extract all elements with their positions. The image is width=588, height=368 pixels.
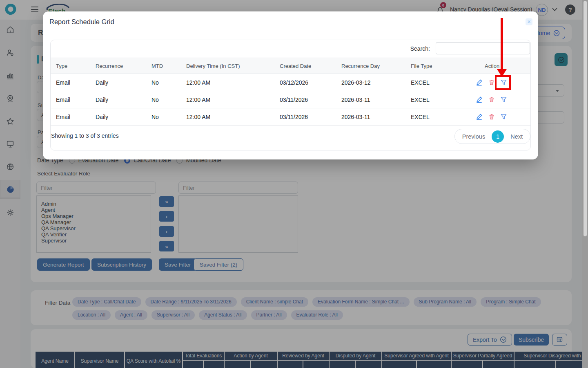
header-recurrence-day[interactable]: Recurrence Day [336,63,405,69]
cell-recurrence-day: 2026-03-11 [336,96,405,103]
report-schedule-modal: Report Schedule Grid ✕ Search: Type Recu… [43,11,538,159]
schedule-grid-card: Search: Type Recurrence MTD Delivery Tim… [50,40,531,150]
scrollbar-thumb[interactable] [584,1,587,236]
modal-close-icon[interactable]: ✕ [526,18,532,25]
pagination: Previous 1 Next [454,129,530,144]
annotation-arrow-line [501,18,503,70]
delete-button[interactable] [488,79,495,86]
schedule-table: Type Recurrence MTD Delivery Time (In CS… [51,58,530,126]
schedule-row-2: Email Daily No 12:00 AM 03/11/2026 2026-… [51,91,530,108]
cell-type: Email [51,79,90,86]
cell-file-type: EXCEL [405,114,471,120]
schedule-row-1: Email Daily No 12:00 AM 03/12/2026 2026-… [51,74,530,91]
cell-type: Email [51,96,90,103]
cell-recurrence: Daily [90,114,146,120]
showing-entries-text: Showing 1 to 3 of 3 entries [51,132,119,139]
edit-button[interactable] [476,113,483,120]
search-label: Search: [410,45,430,52]
cell-created-date: 03/11/2026 [274,114,336,120]
delete-button[interactable] [488,96,495,103]
search-row: Search: [51,40,530,58]
cell-recurrence: Daily [90,79,146,86]
header-recurrence[interactable]: Recurrence [90,63,146,69]
header-mtd[interactable]: MTD [146,63,181,69]
annotation-highlight-box [495,75,511,90]
filter-button[interactable] [500,96,507,103]
cell-recurrence: Daily [90,96,146,103]
schedule-row-3: Email Daily No 12:00 AM 03/11/2026 2026-… [51,108,530,126]
page-1-button[interactable]: 1 [492,130,504,143]
header-created-date[interactable]: Created Date [274,63,336,69]
cell-type: Email [51,114,90,120]
cell-recurrence-day: 2026-03-12 [336,79,405,86]
cell-created-date: 03/12/2026 [274,79,336,86]
edit-button[interactable] [476,79,483,86]
modal-title: Report Schedule Grid [49,18,114,26]
search-input[interactable] [436,42,530,54]
cell-mtd: No [146,79,181,86]
cell-file-type: EXCEL [405,79,471,86]
delete-button[interactable] [488,113,495,120]
next-button[interactable]: Next [510,133,523,140]
schedule-table-header: Type Recurrence MTD Delivery Time (In CS… [51,58,530,74]
scrollbar-track [582,0,588,368]
header-delivery-time[interactable]: Delivery Time (In CST) [181,63,274,69]
app-root: Etech 0 Nancy Dougilas (Qeval Session) N… [0,0,588,368]
cell-file-type: EXCEL [405,96,471,103]
edit-button[interactable] [476,96,483,103]
cell-created-date: 03/11/2026 [274,96,336,103]
cell-mtd: No [146,96,181,103]
cell-delivery-time: 12:00 AM [181,114,274,120]
cell-recurrence-day: 2026-03-11 [336,114,405,120]
cell-delivery-time: 12:00 AM [181,79,274,86]
cell-mtd: No [146,114,181,120]
cell-delivery-time: 12:00 AM [181,96,274,103]
previous-button[interactable]: Previous [462,133,485,140]
filter-button[interactable] [500,113,507,120]
header-file-type[interactable]: File Type [405,63,471,69]
header-type[interactable]: Type [51,63,90,69]
